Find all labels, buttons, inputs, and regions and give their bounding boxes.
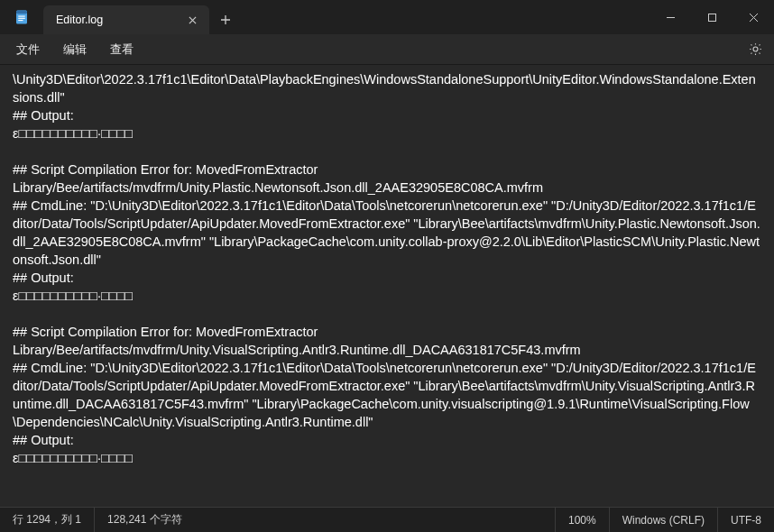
menu-view[interactable]: 查看 xyxy=(99,38,144,61)
app-icon xyxy=(0,0,43,34)
status-position: 行 1294，列 1 xyxy=(0,508,94,532)
svg-rect-1 xyxy=(16,11,27,14)
maximize-button[interactable] xyxy=(691,0,733,34)
close-window-button[interactable] xyxy=(733,0,774,34)
statusbar: 行 1294，列 1 128,241 个字符 100% Windows (CRL… xyxy=(0,507,774,532)
text-content[interactable]: \Unity3D\Editor\2022.3.17f1c1\Editor\Dat… xyxy=(0,65,774,507)
menu-file[interactable]: 文件 xyxy=(5,38,51,61)
titlebar: Editor.log xyxy=(0,0,774,34)
tab-title: Editor.log xyxy=(56,14,103,26)
new-tab-button[interactable] xyxy=(209,5,242,34)
svg-rect-4 xyxy=(18,20,23,21)
status-chars: 128,241 个字符 xyxy=(94,508,195,532)
notepad-icon xyxy=(14,9,30,25)
settings-button[interactable] xyxy=(742,36,769,63)
svg-rect-3 xyxy=(18,18,25,19)
menubar: 文件 编辑 查看 xyxy=(0,34,774,65)
minimize-button[interactable] xyxy=(650,0,691,34)
close-icon[interactable] xyxy=(184,12,200,28)
status-zoom[interactable]: 100% xyxy=(555,508,609,532)
gear-icon xyxy=(748,41,763,57)
status-eol[interactable]: Windows (CRLF) xyxy=(609,508,717,532)
svg-rect-2 xyxy=(18,16,25,17)
menu-edit[interactable]: 编辑 xyxy=(52,38,97,61)
window-controls xyxy=(650,0,774,34)
tab-editor-log[interactable]: Editor.log xyxy=(43,5,209,34)
status-encoding[interactable]: UTF-8 xyxy=(717,508,774,532)
svg-rect-5 xyxy=(708,14,715,21)
